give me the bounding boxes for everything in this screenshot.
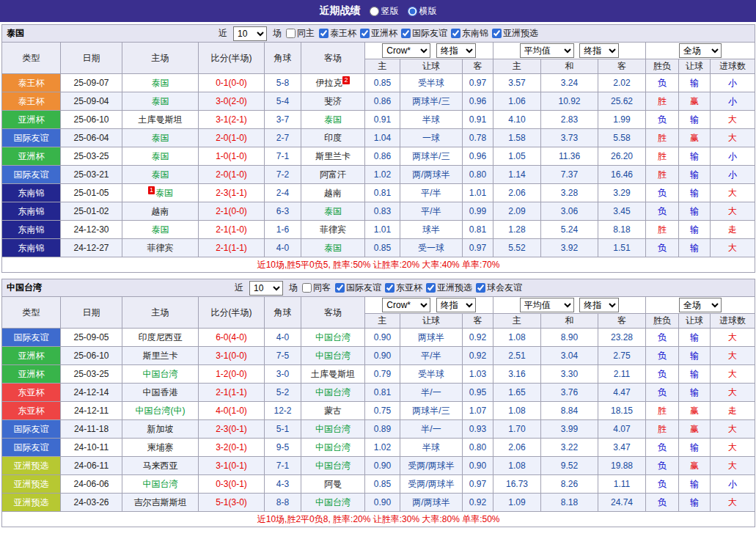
home-team: 印度尼西亚	[122, 329, 199, 347]
match-date: 24-12-11	[61, 402, 122, 420]
average-select[interactable]: 平均值	[520, 298, 574, 312]
competition-checkbox[interactable]	[451, 29, 460, 38]
corner-score: 6-3	[265, 202, 301, 221]
final-odds-select-2[interactable]: 终指	[579, 43, 619, 58]
result-winloss: 胜	[646, 92, 679, 111]
layout-radio-vertical[interactable]	[370, 7, 379, 16]
avg-away: 24.74	[598, 494, 646, 512]
competition-filter[interactable]: 亚洲杯	[360, 27, 397, 40]
competition-filter[interactable]: 亚洲预选	[426, 282, 472, 294]
match-date: 25-06-10	[61, 347, 122, 365]
layout-option-label: 横版	[419, 5, 437, 18]
odds-handicap: 受半球	[400, 365, 463, 384]
final-odds-select-2[interactable]: 终指	[579, 298, 619, 312]
competition-filter[interactable]: 亚洲预选	[492, 27, 538, 40]
scope-select[interactable]: 全场	[679, 43, 722, 58]
competition-filter[interactable]: 国际友谊	[401, 27, 447, 40]
odds-home: 1.04	[365, 129, 400, 147]
team-section: 泰国 近 10 场 同主 泰王杯亚洲杯国际友谊东南锦亚洲预选	[1, 24, 755, 273]
competition-checkbox[interactable]	[492, 29, 502, 38]
same-side-filter[interactable]: 同客	[302, 282, 331, 294]
competition-filter[interactable]: 东南锦	[451, 27, 488, 40]
odds-handicap: 受一球	[400, 239, 463, 257]
col-header-sub: 主	[493, 314, 541, 329]
competition-filter[interactable]: 国际友谊	[335, 282, 381, 294]
match-score: 4-0(1-0)	[199, 402, 265, 420]
competition-checkbox[interactable]	[401, 29, 411, 38]
avg-away: 18.15	[598, 402, 646, 420]
result-handicap: 输	[679, 202, 711, 221]
result-goals: 走	[711, 221, 755, 239]
odds-away: 0.93	[463, 420, 493, 439]
result-handicap: 输	[679, 221, 711, 239]
layout-radio-horizontal[interactable]	[408, 7, 417, 16]
competition-checkbox[interactable]	[360, 29, 370, 38]
match-date: 25-01-05	[61, 184, 122, 202]
competition-checkbox[interactable]	[319, 29, 329, 38]
competition-label: 东亚杯	[396, 282, 422, 294]
away-team: 印度	[301, 129, 365, 147]
result-handicap: 赢	[679, 402, 711, 420]
match-score: 2-1(1-1)	[199, 239, 265, 257]
competition-checkbox[interactable]	[426, 283, 436, 293]
result-winloss: 负	[646, 365, 679, 384]
match-row: 东亚杯24-12-14中国香港2-1(1-1)5-2中国台湾0.81半/一0.9…	[2, 384, 755, 402]
away-team: 越南	[301, 184, 365, 202]
team-name: 土库曼斯坦	[311, 369, 355, 379]
team-name: 泰国	[324, 114, 342, 125]
avg-draw: 3.06	[541, 202, 598, 221]
rank-badge: 1	[148, 186, 155, 194]
same-side-checkbox[interactable]	[302, 283, 312, 293]
corner-score: 7-1	[265, 457, 301, 475]
avg-away: 26.20	[598, 147, 646, 166]
away-team: 中国台湾	[301, 384, 365, 402]
match-count-select[interactable]: 10	[233, 26, 267, 41]
same-side-filter[interactable]: 同主	[286, 27, 315, 40]
result-winloss: 负	[646, 475, 679, 494]
result-handicap: 输	[679, 184, 711, 202]
matches-body: 国际友谊25-09-05印度尼西亚6-0(4-0)4-0中国台湾0.90两球半0…	[2, 329, 755, 512]
corner-score: 5-8	[265, 74, 301, 92]
team-name: 泰国	[152, 78, 169, 88]
match-type: 东南锦	[2, 202, 61, 221]
match-row: 亚洲杯25-03-25中国台湾1-2(0-0)3-0土库曼斯坦0.79受半球1.…	[2, 365, 755, 384]
bookmaker-select[interactable]: Crow*	[382, 298, 430, 312]
competition-filter[interactable]: 球会友谊	[476, 282, 522, 294]
col-header-sub: 和	[541, 59, 598, 74]
result-winloss: 胜	[646, 129, 679, 147]
match-count-select[interactable]: 10	[249, 281, 283, 296]
scope-select[interactable]: 全场	[679, 298, 722, 312]
team-name: 印度尼西亚	[139, 332, 183, 342]
match-date: 25-03-21	[61, 166, 122, 184]
average-select[interactable]: 平均值	[520, 43, 574, 58]
games-label: 场	[273, 27, 282, 40]
result-winloss: 负	[646, 384, 679, 402]
final-odds-select-1[interactable]: 终指	[436, 43, 476, 58]
final-odds-select-1[interactable]: 终指	[436, 298, 476, 312]
corner-score: 7-5	[265, 347, 301, 365]
competition-filter[interactable]: 东亚杯	[385, 282, 422, 294]
odds-away: 0.78	[463, 129, 493, 147]
odds-home: 0.89	[365, 420, 400, 439]
avg-home: 3.57	[493, 74, 541, 92]
odds-away: 0.92	[463, 494, 493, 512]
odds-handicap: 平/半	[400, 184, 463, 202]
competition-checkbox[interactable]	[476, 283, 485, 293]
result-winloss: 胜	[646, 147, 679, 166]
team-name: 泰国	[155, 188, 173, 198]
avg-draw: 3.30	[541, 365, 598, 384]
competition-filter[interactable]: 泰王杯	[319, 27, 356, 40]
competition-checkbox[interactable]	[385, 283, 394, 293]
competition-checkbox[interactable]	[335, 283, 345, 293]
same-side-checkbox[interactable]	[286, 29, 296, 38]
avg-home: 1.65	[493, 384, 541, 402]
layout-option-horizontal[interactable]: 横版	[408, 5, 437, 18]
avg-home: 2.09	[493, 202, 541, 221]
odds-handicap: 平/半	[400, 347, 463, 365]
away-team: 伊拉克2	[301, 74, 365, 92]
match-row: 亚洲杯25-03-25泰国1-0(1-0)7-1斯里兰卡0.86两球半/三0.9…	[2, 147, 755, 166]
team-name: 越南	[324, 188, 342, 198]
layout-option-vertical[interactable]: 竖版	[370, 5, 399, 18]
corner-score: 2-7	[265, 129, 301, 147]
bookmaker-select[interactable]: Crow*	[382, 43, 430, 58]
